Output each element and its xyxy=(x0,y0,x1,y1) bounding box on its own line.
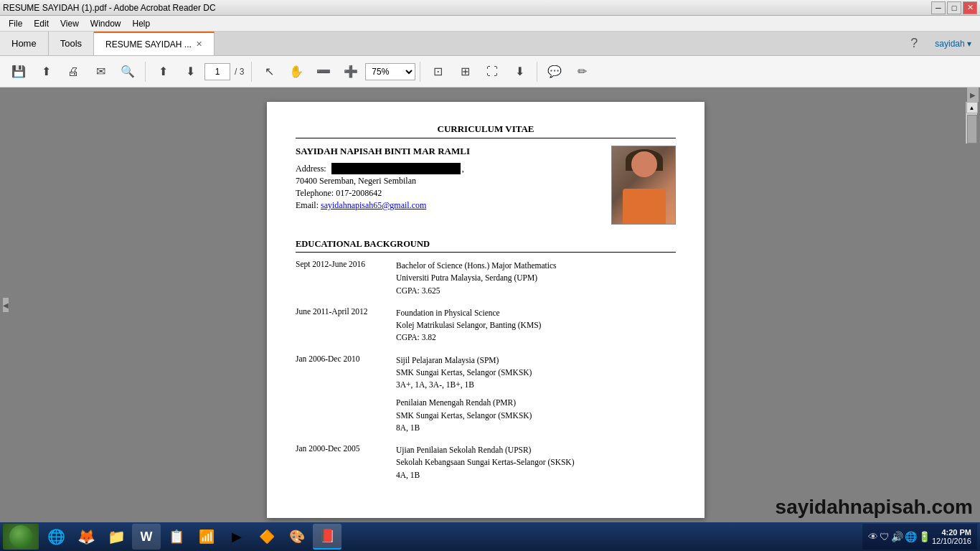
tray-icon-2[interactable]: 🛡 xyxy=(880,531,890,542)
edu-row-2: June 2011-April 2012 Foundation in Physi… xyxy=(296,307,676,344)
fit-width-button[interactable]: ⊡ xyxy=(425,59,451,85)
tray-icon-5[interactable]: 🔋 xyxy=(918,531,930,542)
read-mode-button[interactable]: ⬇ xyxy=(507,59,532,85)
select-tool-button[interactable]: ↖ xyxy=(256,59,282,85)
tab-user-account[interactable]: sayidah ▾ xyxy=(926,32,980,55)
right-side-panel: ▶ ▲ xyxy=(966,88,980,522)
edu-date-3: Jan 2006-Dec 2010 xyxy=(296,354,396,435)
upload-button[interactable]: ⬆ xyxy=(33,59,59,85)
edu-detail-2-line1: Foundation in Physical Science xyxy=(396,307,676,319)
edu-detail-3-line1: Sijil Pelajaran Malaysia (SPM) xyxy=(396,354,676,367)
page-total: / 3 xyxy=(232,67,247,77)
edu-detail-3-line2: SMK Sungai Kertas, Selangor (SMKSK) xyxy=(396,367,676,379)
education-header: EDUCATIONAL BACKGROUND xyxy=(296,239,676,253)
cv-email-link[interactable]: sayidahnapisah65@gmail.com xyxy=(321,200,426,210)
title-bar: RESUME SAYIDAH (1).pdf - Adobe Acrobat R… xyxy=(0,0,980,16)
tray-time-value: 4:20 PM xyxy=(932,528,971,537)
menu-file[interactable]: File xyxy=(3,17,28,30)
tray-icon-1[interactable]: 👁 xyxy=(868,531,878,542)
tray-time: 4:20 PM 12/10/2016 xyxy=(932,528,971,545)
tab-tools[interactable]: Tools xyxy=(49,32,94,55)
address-label: Address: xyxy=(296,164,326,174)
close-button[interactable]: ✕ xyxy=(963,1,977,14)
toolbar-separator-3 xyxy=(420,62,420,82)
edu-detail-4: Ujian Penilaian Sekolah Rendah (UPSR) Se… xyxy=(396,444,676,481)
tab-spacer xyxy=(215,32,902,55)
taskbar-app-network[interactable]: 📶 xyxy=(192,524,221,550)
pdf-area: CURRICULUM VITAE SAYIDAH NAPISAH BINTI M… xyxy=(6,88,966,522)
cv-photo xyxy=(611,146,676,225)
photo-body xyxy=(623,189,666,225)
edu-detail-4-line3: 4A, 1B xyxy=(396,469,676,481)
menu-edit[interactable]: Edit xyxy=(28,17,55,30)
main-area: ◀ CURRICULUM VITAE SAYIDAH NAPISAH BINTI… xyxy=(0,88,980,522)
cv-info: SAYIDAH NAPISAH BINTI MAR RAMLI Address:… xyxy=(296,146,611,225)
scroll-up-button[interactable]: ▲ xyxy=(966,102,978,113)
prev-page-button[interactable]: ⬆ xyxy=(150,59,176,85)
toolbar: 💾 ⬆ 🖨 ✉ 🔍 ⬆ ⬇ / 3 ↖ ✋ ➖ ➕ 50% 75% 100% 1… xyxy=(0,56,980,88)
taskbar-tray: 👁 🛡 🔊 🌐 🔋 4:20 PM 12/10/2016 xyxy=(862,524,977,550)
taskbar-app-firefox[interactable]: 🦊 xyxy=(72,524,100,550)
taskbar-app-misc1[interactable]: 📋 xyxy=(162,524,191,550)
edu-row-3: Jan 2006-Dec 2010 Sijil Pelajaran Malays… xyxy=(296,354,676,435)
taskbar-app-player[interactable]: ▶ xyxy=(222,524,251,550)
tab-home[interactable]: Home xyxy=(0,32,49,55)
cv-header: SAYIDAH NAPISAH BINTI MAR RAMLI Address:… xyxy=(296,146,676,225)
menu-help[interactable]: Help xyxy=(127,17,156,30)
taskbar-app-paint[interactable]: 🎨 xyxy=(283,524,311,550)
comment-button[interactable]: 💬 xyxy=(542,59,567,85)
left-nav-arrow[interactable]: ◀ xyxy=(3,298,9,312)
scroll-thumb[interactable] xyxy=(967,115,977,143)
menu-window[interactable]: Window xyxy=(85,17,127,30)
next-page-button[interactable]: ⬇ xyxy=(177,59,203,85)
tray-date-value: 12/10/2016 xyxy=(932,537,971,545)
annotate-button[interactable]: ✏ xyxy=(569,59,595,85)
tab-active-document[interactable]: RESUME SAYIDAH ... ✕ xyxy=(94,32,215,55)
cv-email-label: Email: xyxy=(296,200,319,210)
minimize-button[interactable]: ─ xyxy=(931,1,946,14)
maximize-button[interactable]: □ xyxy=(947,1,961,14)
zoom-select[interactable]: 50% 75% 100% 125% 150% 200% xyxy=(365,63,415,80)
photo-face xyxy=(631,151,657,177)
cv-address-line2: 70400 Seremban, Negeri Sembilan xyxy=(296,176,611,187)
tab-close-icon[interactable]: ✕ xyxy=(196,39,202,49)
start-button[interactable] xyxy=(3,524,39,550)
zoom-out-button[interactable]: ➖ xyxy=(311,59,336,85)
edu-detail-1-line3: CGPA: 3.625 xyxy=(396,285,676,297)
tab-help-icon[interactable]: ? xyxy=(902,32,926,55)
edu-detail-1: Bachelor of Science (Hons.) Major Mathem… xyxy=(396,260,676,297)
taskbar-app-chrome[interactable]: 🌐 xyxy=(42,524,70,550)
taskbar-app-explorer[interactable]: 📁 xyxy=(102,524,131,550)
right-nav-arrow[interactable]: ▶ xyxy=(967,88,979,102)
title-bar-text: RESUME SAYIDAH (1).pdf - Adobe Acrobat R… xyxy=(3,3,216,13)
tray-icon-3[interactable]: 🔊 xyxy=(891,531,903,542)
taskbar-app-vlc[interactable]: 🔶 xyxy=(253,524,281,550)
edu-detail-3: Sijil Pelajaran Malaysia (SPM) SMK Sunga… xyxy=(396,354,676,435)
menu-view[interactable]: View xyxy=(55,17,85,30)
page-number-input[interactable] xyxy=(204,63,230,80)
email-button[interactable]: ✉ xyxy=(88,59,113,85)
taskbar-app-word[interactable]: W xyxy=(132,524,161,550)
cv-title: CURRICULUM VITAE xyxy=(296,123,676,138)
zoom-in-button[interactable]: ➕ xyxy=(338,59,364,85)
edu-detail-4-line1: Ujian Penilaian Sekolah Rendah (UPSR) xyxy=(396,444,676,456)
edu-detail-1-line1: Bachelor of Science (Hons.) Major Mathem… xyxy=(396,260,676,272)
taskbar-app-acrobat[interactable]: 📕 xyxy=(313,524,341,550)
hand-tool-button[interactable]: ✋ xyxy=(283,59,309,85)
save-button[interactable]: 💾 xyxy=(6,59,32,85)
edu-detail-2-line2: Kolej Matrikulasi Selangor, Banting (KMS… xyxy=(396,319,676,331)
search-button[interactable]: 🔍 xyxy=(115,59,141,85)
toolbar-separator-4 xyxy=(537,62,537,82)
tab-active-label: RESUME SAYIDAH ... xyxy=(105,39,192,50)
taskbar: 🌐 🦊 📁 W 📋 📶 ▶ 🔶 🎨 📕 👁 🛡 🔊 🌐 🔋 4:20 PM 12… xyxy=(0,522,980,551)
toolbar-separator-2 xyxy=(251,62,252,82)
edu-detail-3-line3: 3A+, 1A, 3A-, 1B+, 1B xyxy=(396,379,676,391)
edu-date-1: Sept 2012-June 2016 xyxy=(296,260,396,297)
edu-detail-3-line5: Penilaian Menengah Rendah (PMR) xyxy=(396,397,676,409)
tray-icon-4[interactable]: 🌐 xyxy=(905,531,917,542)
address-redacted-box xyxy=(331,163,461,174)
fit-page-button[interactable]: ⊞ xyxy=(452,59,478,85)
print-button[interactable]: 🖨 xyxy=(60,59,86,85)
tab-home-label: Home xyxy=(11,38,37,49)
fullscreen-button[interactable]: ⛶ xyxy=(479,59,505,85)
